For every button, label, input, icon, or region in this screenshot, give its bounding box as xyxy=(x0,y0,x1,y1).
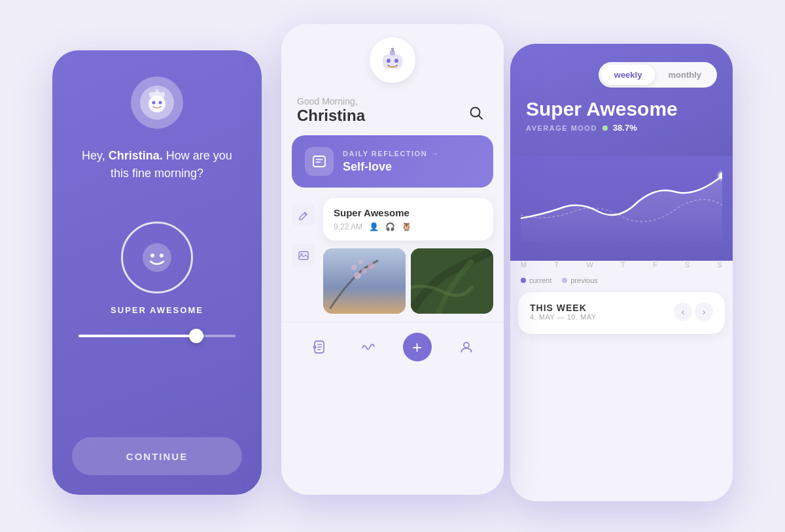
svg-rect-15 xyxy=(388,66,397,68)
day-s2: S xyxy=(718,261,722,269)
prev-week-button[interactable]: ‹ xyxy=(674,303,692,321)
week-nav-arrows: ‹ › xyxy=(674,303,713,321)
continue-button[interactable]: CONTINUE xyxy=(72,437,242,475)
timeline-icons xyxy=(292,198,315,314)
greeting-text: Hey, Christina. How are youthis fine mor… xyxy=(82,147,232,182)
svg-point-13 xyxy=(387,59,391,63)
svg-rect-22 xyxy=(299,252,308,259)
nav-add-button[interactable]: + xyxy=(403,333,432,361)
mood-entry-meta: 9:22 AM 👤 🎧 🦉 xyxy=(334,222,483,231)
greeting-sub: Good Morning, xyxy=(297,96,365,107)
svg-point-36 xyxy=(464,342,469,348)
current-dot xyxy=(521,278,526,283)
this-week-title: THIS WEEK xyxy=(530,303,597,313)
daily-reflection-card[interactable]: DAILY REFLECTION → Self-love xyxy=(292,135,493,188)
avg-value: 38.7% xyxy=(613,123,637,133)
svg-point-4 xyxy=(152,101,156,105)
week-range: 4. MAY — 10. MAY xyxy=(530,313,597,321)
nav-profile[interactable] xyxy=(452,333,481,361)
mood-title: Super Awesome xyxy=(526,98,717,120)
mood-circle xyxy=(121,222,193,293)
svg-line-17 xyxy=(479,116,483,120)
day-labels: M T W T F S S xyxy=(510,261,733,274)
daily-label: DAILY REFLECTION → xyxy=(343,150,440,158)
mood-label: SUPER AWESOME xyxy=(111,305,203,315)
bottom-nav: + xyxy=(281,322,504,372)
svg-point-28 xyxy=(368,263,375,270)
image-icon xyxy=(292,244,315,267)
mood-entry-card: Super Awesome 9:22 AM 👤 🎧 🦉 xyxy=(323,198,493,241)
previous-dot xyxy=(562,278,567,283)
day-m: M xyxy=(521,261,527,269)
svg-rect-18 xyxy=(313,156,325,167)
day-f: F xyxy=(653,261,657,269)
center-header: Good Morning, Christina xyxy=(281,96,504,135)
center-phone: Good Morning, Christina xyxy=(281,24,504,495)
monthly-toggle[interactable]: monthly xyxy=(655,65,714,85)
mood-slider[interactable] xyxy=(78,335,236,337)
svg-point-3 xyxy=(148,95,166,112)
mood-chart xyxy=(510,156,733,261)
mood-entry-title: Super Awesome xyxy=(334,207,483,218)
svg-rect-2 xyxy=(155,90,159,93)
center-robot-avatar xyxy=(370,37,415,83)
day-s1: S xyxy=(685,261,689,269)
svg-point-32 xyxy=(313,346,316,349)
svg-point-27 xyxy=(351,265,357,270)
svg-point-5 xyxy=(159,101,162,105)
period-toggle: weekly monthly xyxy=(599,62,717,88)
photos-row xyxy=(323,248,493,314)
svg-point-7 xyxy=(143,243,171,272)
photo-blue xyxy=(323,248,406,314)
day-t1: T xyxy=(554,261,559,269)
legend-current: current xyxy=(521,276,551,284)
nav-journal[interactable] xyxy=(305,333,334,361)
next-week-button[interactable]: › xyxy=(695,303,713,321)
svg-point-8 xyxy=(150,254,154,258)
search-button[interactable] xyxy=(464,101,488,125)
right-phone: weekly monthly Super Awesome AVERAGE MOO… xyxy=(510,44,733,501)
day-t2: T xyxy=(621,261,625,269)
greeting-name: Christina xyxy=(297,107,365,125)
daily-value: Self-love xyxy=(343,160,440,174)
avatar xyxy=(131,76,183,129)
avg-dot xyxy=(602,125,608,131)
day-w: W xyxy=(586,261,593,269)
svg-point-26 xyxy=(362,268,367,273)
avg-label: AVERAGE MOOD xyxy=(526,124,597,132)
weekly-toggle[interactable]: weekly xyxy=(601,65,655,85)
svg-rect-24 xyxy=(323,248,406,314)
nav-activity[interactable] xyxy=(354,333,383,361)
photo-green xyxy=(411,248,493,314)
svg-point-14 xyxy=(394,59,398,63)
svg-rect-6 xyxy=(154,107,160,108)
svg-rect-12 xyxy=(391,48,394,52)
edit-icon xyxy=(292,203,315,227)
right-top-header: weekly monthly Super Awesome AVERAGE MOO… xyxy=(510,44,733,156)
svg-point-29 xyxy=(358,259,363,264)
svg-point-9 xyxy=(160,254,164,258)
left-phone: Hey, Christina. How are youthis fine mor… xyxy=(52,50,262,495)
legend-row: current previous xyxy=(510,274,733,292)
legend-previous: previous xyxy=(562,276,598,284)
this-week-card: THIS WEEK 4. MAY — 10. MAY ‹ › xyxy=(518,292,725,334)
avg-mood-row: AVERAGE MOOD 38.7% xyxy=(526,123,717,133)
svg-point-25 xyxy=(354,272,361,279)
daily-icon xyxy=(305,147,334,176)
